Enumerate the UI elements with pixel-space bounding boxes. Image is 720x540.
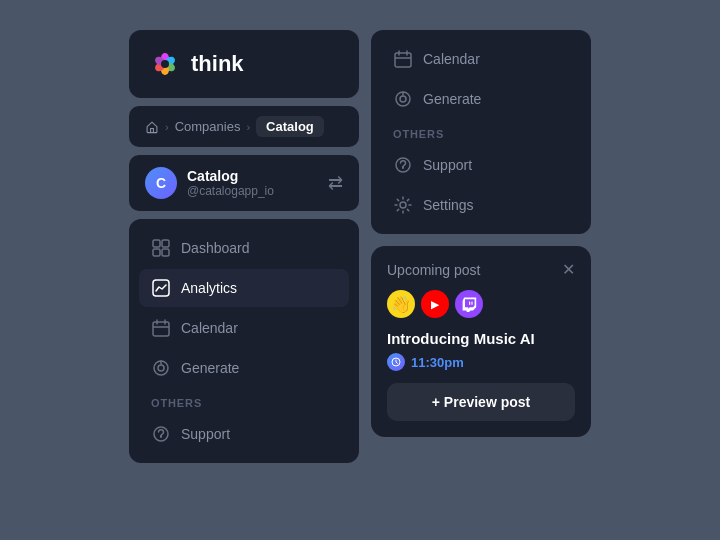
svg-rect-9 xyxy=(162,240,169,247)
time-icon xyxy=(387,353,405,371)
nav-label-analytics: Analytics xyxy=(181,280,237,296)
nav-label-dashboard: Dashboard xyxy=(181,240,250,256)
nav-item-generate[interactable]: Generate xyxy=(139,349,349,387)
workspace-handle: @catalogapp_io xyxy=(187,184,318,198)
popup-card: Upcoming post ✕ 👋 ▶ Introducing Music AI xyxy=(371,246,591,437)
svg-rect-21 xyxy=(395,53,411,67)
right-nav-item-generate[interactable]: Generate xyxy=(381,80,581,118)
right-generate-icon xyxy=(393,89,413,109)
twitch-logo-icon xyxy=(461,296,477,312)
home-icon xyxy=(145,120,159,134)
brand-name: think xyxy=(191,51,244,77)
svg-point-7 xyxy=(161,60,169,68)
svg-rect-10 xyxy=(153,249,160,256)
left-nav-card: Dashboard Analytics Calendar xyxy=(129,219,359,463)
post-content: Introducing Music AI 11:30pm xyxy=(387,330,575,371)
analytics-icon xyxy=(151,278,171,298)
nav-item-calendar[interactable]: Calendar xyxy=(139,309,349,347)
workspace-switch-icon[interactable]: ⇄ xyxy=(328,172,343,194)
svg-point-18 xyxy=(158,365,164,371)
post-title: Introducing Music AI xyxy=(387,330,575,347)
nav-item-support[interactable]: Support xyxy=(139,415,349,453)
breadcrumb-catalog[interactable]: Catalog xyxy=(256,116,324,137)
right-nav-label-settings: Settings xyxy=(423,197,474,213)
right-nav-label-calendar: Calendar xyxy=(423,51,480,67)
breadcrumb-companies[interactable]: Companies xyxy=(175,119,241,134)
popup-title: Upcoming post xyxy=(387,262,480,278)
right-nav-item-support[interactable]: Support xyxy=(381,146,581,184)
brand-logo-icon xyxy=(149,48,181,80)
left-panel: think › Companies › Catalog C Catalog @c… xyxy=(129,30,359,463)
right-calendar-icon xyxy=(393,49,413,69)
platform-icon-emoji: 👋 xyxy=(387,290,415,318)
right-support-icon xyxy=(393,155,413,175)
right-nav-section-others: OTHERS xyxy=(381,120,581,144)
platform-icon-youtube: ▶ xyxy=(421,290,449,318)
svg-point-26 xyxy=(400,96,406,102)
nav-label-support: Support xyxy=(181,426,230,442)
platform-icons: 👋 ▶ xyxy=(387,290,575,318)
right-nav-card: Calendar Generate OTHERS Support xyxy=(371,30,591,234)
breadcrumb-home[interactable] xyxy=(145,120,159,134)
popup-close-button[interactable]: ✕ xyxy=(562,262,575,278)
right-nav-label-generate: Generate xyxy=(423,91,481,107)
svg-rect-13 xyxy=(153,322,169,336)
svg-rect-31 xyxy=(471,302,472,305)
right-nav-item-calendar[interactable]: Calendar xyxy=(381,40,581,78)
clock-icon xyxy=(391,357,401,367)
workspace-icon: C xyxy=(145,167,177,199)
popup-header: Upcoming post ✕ xyxy=(387,262,575,278)
breadcrumb: › Companies › Catalog xyxy=(129,106,359,147)
workspace-card: C Catalog @catalogapp_io ⇄ xyxy=(129,155,359,211)
nav-item-dashboard[interactable]: Dashboard xyxy=(139,229,349,267)
dashboard-icon xyxy=(151,238,171,258)
generate-icon xyxy=(151,358,171,378)
right-nav-label-support: Support xyxy=(423,157,472,173)
svg-rect-30 xyxy=(469,302,470,305)
right-nav-item-settings[interactable]: Settings xyxy=(381,186,581,224)
nav-item-analytics[interactable]: Analytics xyxy=(139,269,349,307)
workspace-info: Catalog @catalogapp_io xyxy=(187,168,318,198)
post-time-text: 11:30pm xyxy=(411,355,464,370)
nav-label-calendar: Calendar xyxy=(181,320,238,336)
svg-rect-8 xyxy=(153,240,160,247)
nav-section-others: OTHERS xyxy=(139,389,349,413)
brand-card: think xyxy=(129,30,359,98)
calendar-icon xyxy=(151,318,171,338)
nav-label-generate: Generate xyxy=(181,360,239,376)
breadcrumb-chevron-2: › xyxy=(246,121,250,133)
breadcrumb-chevron-1: › xyxy=(165,121,169,133)
preview-post-button[interactable]: + Preview post xyxy=(387,383,575,421)
right-panel: Calendar Generate OTHERS Support xyxy=(371,30,591,437)
support-icon xyxy=(151,424,171,444)
post-time: 11:30pm xyxy=(387,353,575,371)
svg-rect-11 xyxy=(162,249,169,256)
platform-icon-twitch xyxy=(455,290,483,318)
workspace-name: Catalog xyxy=(187,168,318,184)
svg-point-29 xyxy=(400,202,406,208)
right-settings-icon xyxy=(393,195,413,215)
